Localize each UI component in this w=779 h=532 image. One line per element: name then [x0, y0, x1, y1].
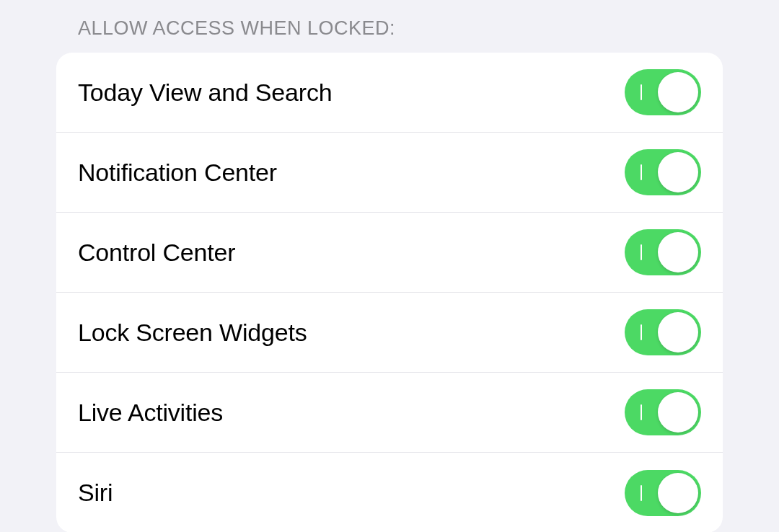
- row-today-view: Today View and Search: [56, 53, 723, 133]
- toggle-on-indicator-icon: [641, 84, 642, 100]
- toggle-knob: [658, 312, 698, 353]
- toggle-on-indicator-icon: [641, 164, 642, 180]
- toggle-knob: [658, 473, 698, 513]
- toggle-on-indicator-icon: [641, 244, 642, 260]
- row-lock-screen-widgets: Lock Screen Widgets: [56, 293, 723, 373]
- row-control-center: Control Center: [56, 213, 723, 293]
- toggle-knob: [658, 392, 698, 433]
- toggle-siri[interactable]: [625, 470, 701, 516]
- row-label-live-activities: Live Activities: [78, 399, 223, 427]
- row-label-siri: Siri: [78, 479, 113, 507]
- row-siri: Siri: [56, 453, 723, 532]
- row-label-lock-screen-widgets: Lock Screen Widgets: [78, 319, 307, 347]
- row-notification-center: Notification Center: [56, 133, 723, 213]
- toggle-notification-center[interactable]: [625, 149, 701, 195]
- row-label-control-center: Control Center: [78, 239, 235, 267]
- toggle-knob: [658, 232, 698, 272]
- toggle-on-indicator-icon: [641, 324, 642, 340]
- row-label-today-view: Today View and Search: [78, 79, 332, 107]
- row-live-activities: Live Activities: [56, 373, 723, 453]
- section-header-allow-access: Allow Access When Locked:: [0, 0, 779, 53]
- toggle-knob: [658, 152, 698, 192]
- toggle-today-view[interactable]: [625, 69, 701, 115]
- settings-group-allow-access: Today View and Search Notification Cente…: [56, 53, 723, 532]
- toggle-lock-screen-widgets[interactable]: [625, 309, 701, 355]
- row-label-notification-center: Notification Center: [78, 159, 277, 187]
- toggle-on-indicator-icon: [641, 485, 642, 501]
- toggle-control-center[interactable]: [625, 229, 701, 275]
- toggle-on-indicator-icon: [641, 404, 642, 420]
- toggle-live-activities[interactable]: [625, 389, 701, 435]
- toggle-knob: [658, 72, 698, 112]
